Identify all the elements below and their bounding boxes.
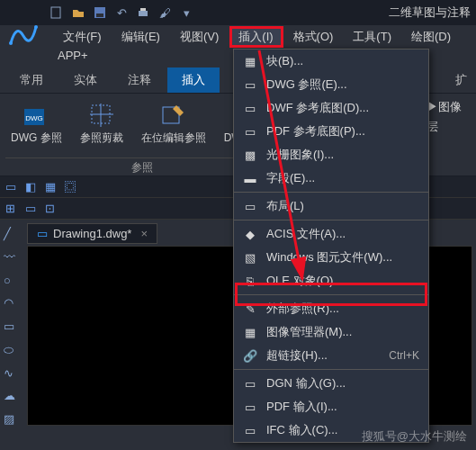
menu-item-block[interactable]: ▦块(B)... <box>234 50 428 73</box>
save-icon[interactable] <box>94 6 106 19</box>
menu-item-imgmgr[interactable]: ▦图像管理器(M)... <box>234 320 428 344</box>
menu-item-label: OLE 对象(O)... <box>266 273 419 289</box>
svg-rect-3 <box>139 11 148 16</box>
undo-icon[interactable]: ↶ <box>115 6 128 19</box>
svg-point-6 <box>34 25 38 29</box>
svg-point-5 <box>9 41 13 45</box>
menu-item-link[interactable]: 🔗超链接(H)...Ctrl+K <box>234 344 428 367</box>
xref-icon: ✎ <box>243 302 257 316</box>
link-icon: 🔗 <box>243 348 257 363</box>
menu-item-label: 光栅图象(I)... <box>266 147 419 163</box>
menu-draw[interactable]: 绘图(D) <box>402 26 460 48</box>
document-tab[interactable]: ▭ Drawing1.dwg* × <box>27 223 157 244</box>
menu-item-pdfin[interactable]: ▭PDF 输入(I)... <box>234 395 428 418</box>
menu-separator <box>234 220 428 220</box>
rect-tool-icon[interactable]: ▭ <box>4 320 20 336</box>
side-image[interactable]: ▶图像 <box>427 99 462 115</box>
cloud-tool-icon[interactable]: ☁ <box>4 389 20 405</box>
dwf-icon: ▭ <box>243 101 257 115</box>
doc-tab-label: Drawing1.dwg* <box>53 227 131 240</box>
menu-item-label: 布局(L) <box>266 198 419 214</box>
menu-item-label: 字段(E)... <box>266 170 419 186</box>
menu-item-dgn[interactable]: ▭DGN 输入(G)... <box>234 372 428 395</box>
btn-dwg-ref[interactable]: DWG DWG 参照 <box>5 99 67 158</box>
print-icon[interactable] <box>137 6 149 19</box>
menu-item-dwf[interactable]: ▭DWF 参考底图(D)... <box>234 96 428 120</box>
menu-item-label: Windows 图元文件(W)... <box>266 249 419 266</box>
menu-separator <box>234 192 428 193</box>
close-tab-icon[interactable]: × <box>140 227 148 240</box>
svg-rect-4 <box>140 8 146 11</box>
line-tool-icon[interactable]: ╱ <box>4 227 20 243</box>
menu-item-label: 超链接(H)... <box>266 347 380 364</box>
arc-tool-icon[interactable]: ◠ <box>4 296 20 312</box>
brush-icon[interactable]: 🖌 <box>158 6 171 19</box>
tab-insert[interactable]: 插入 <box>167 68 220 93</box>
t4-icon[interactable]: ⿴ <box>65 180 79 194</box>
menu-item-label: PDF 输入(I)... <box>266 399 419 415</box>
menu-item-raster[interactable]: ▩光栅图象(I)... <box>234 143 428 166</box>
dgn-icon: ▭ <box>243 376 257 391</box>
side-layer[interactable]: 层 <box>427 119 462 135</box>
new-icon[interactable] <box>50 6 63 19</box>
menu-item-label: 外部参照(R)... <box>266 301 419 317</box>
menu-separator <box>234 369 428 370</box>
imgmgr-icon: ▦ <box>243 325 257 339</box>
t2-icon[interactable]: ◧ <box>25 180 40 194</box>
polyline-tool-icon[interactable]: 〰 <box>4 250 20 266</box>
ifc-icon: ▭ <box>243 423 257 437</box>
menu-item-acis[interactable]: ◆ACIS 文件(A)... <box>234 222 428 246</box>
menubar: 文件(F) 编辑(E) 视图(V) 插入(I) 格式(O) 工具(T) 绘图(D… <box>0 25 476 49</box>
menu-item-ole[interactable]: ⎘OLE 对象(O)... <box>234 269 428 292</box>
menu-item-pdf[interactable]: ▭PDF 参考底图(P)... <box>234 120 428 143</box>
spline-tool-icon[interactable]: ∿ <box>4 366 20 382</box>
tab-entity[interactable]: 实体 <box>59 68 112 93</box>
menu-format[interactable]: 格式(O) <box>284 26 343 48</box>
menu-separator <box>234 294 428 295</box>
insert-dropdown: ▦块(B)...▭DWG 参照(E)...▭DWF 参考底图(D)...▭PDF… <box>233 49 429 443</box>
t3-icon[interactable]: ▦ <box>45 180 59 194</box>
menu-item-xref[interactable]: ✎外部参照(R)... <box>234 297 428 320</box>
watermark: 搜狐号@大水牛测绘 <box>362 428 467 445</box>
ole-icon: ⎘ <box>243 274 257 288</box>
tab-annot[interactable]: 注释 <box>113 68 166 93</box>
dropdown-icon[interactable]: ▾ <box>180 6 193 19</box>
ellipse-tool-icon[interactable]: ⬭ <box>4 343 20 359</box>
clip-icon <box>87 101 116 130</box>
menu-edit[interactable]: 编辑(E) <box>112 26 169 48</box>
menu-insert[interactable]: 插入(I) <box>229 26 282 48</box>
pdfin-icon: ▭ <box>243 400 257 414</box>
hatch-tool-icon[interactable]: ▨ <box>4 412 20 428</box>
layout-icon: ▭ <box>243 199 257 213</box>
dwg-icon: ▭ <box>243 77 257 92</box>
open-icon[interactable] <box>72 6 85 19</box>
t1-icon[interactable]: ▭ <box>5 180 20 194</box>
menu-item-label: DWG 参照(E)... <box>266 76 419 93</box>
tab-expand[interactable]: 扩 <box>446 68 476 93</box>
menu-item-wmf[interactable]: ▧Windows 图元文件(W)... <box>234 246 428 269</box>
btn-clip-ref[interactable]: 参照剪裁 <box>75 99 129 158</box>
btn-edit-inplace[interactable]: 在位编辑参照 <box>136 99 211 158</box>
app-logo <box>5 16 41 52</box>
t6-icon[interactable]: ▭ <box>25 202 40 216</box>
menu-shortcut: Ctrl+K <box>389 349 419 362</box>
menu-view[interactable]: 视图(V) <box>171 26 228 48</box>
t7-icon[interactable]: ⊡ <box>45 202 59 216</box>
tab-common[interactable]: 常用 <box>5 68 58 93</box>
svg-text:DWG: DWG <box>26 114 44 122</box>
menu-item-label: 块(B)... <box>266 53 419 69</box>
t5-icon[interactable]: ⊞ <box>5 202 20 216</box>
left-toolbar: ╱ 〰 ○ ◠ ▭ ⬭ ∿ ☁ ▨ <box>0 220 23 436</box>
menu-tools[interactable]: 工具(T) <box>344 26 400 48</box>
circle-tool-icon[interactable]: ○ <box>4 274 20 290</box>
menu-item-dwg[interactable]: ▭DWG 参照(E)... <box>234 73 428 96</box>
menu-item-label: DWF 参考底图(D)... <box>266 100 419 116</box>
menu-item-layout[interactable]: ▭布局(L) <box>234 194 428 218</box>
pdf-icon: ▭ <box>243 124 257 139</box>
dwg-file-icon: ▭ <box>37 227 48 240</box>
svg-rect-0 <box>51 7 60 18</box>
workspace-mode[interactable]: 二维草图与注释 <box>389 4 471 21</box>
menu-item-field[interactable]: ▬字段(E)... <box>234 166 428 190</box>
menu-file[interactable]: 文件(F) <box>54 26 111 48</box>
field-icon: ▬ <box>243 171 257 185</box>
